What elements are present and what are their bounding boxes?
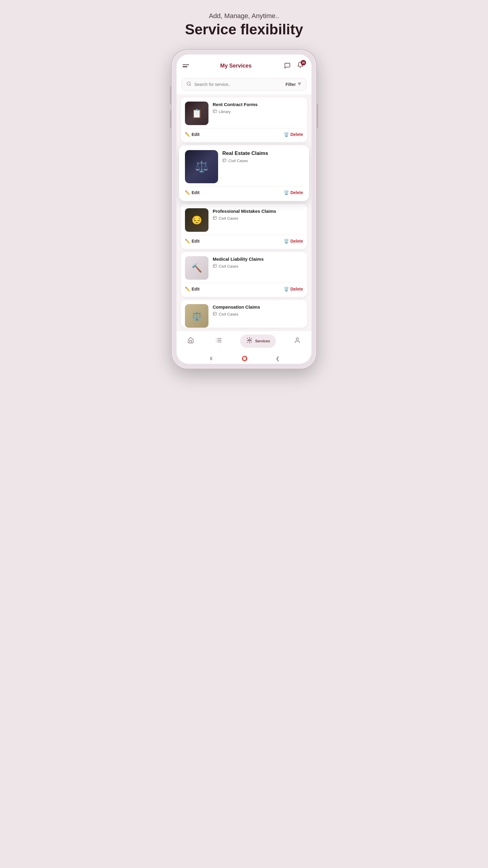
card-actions-real-estate: ✏️ Edit 🗑️ Delete (185, 186, 303, 196)
card-info-rent-contract: Rent Contract Forms Library (213, 101, 303, 114)
search-icon (187, 82, 191, 87)
edit-icon-medical: ✏️ (185, 287, 190, 291)
services-icon (246, 337, 253, 345)
list-icon (216, 337, 222, 345)
svg-rect-17 (213, 312, 217, 315)
header-title: Service flexibility (185, 21, 303, 38)
thumbnail-real-estate: ⚖️ (185, 150, 218, 183)
service-card-compensation: ⚖️ Compensation Claims (181, 300, 307, 328)
edit-icon: ✏️ (185, 132, 190, 137)
thumbnail-medical-liability: 🔨 (185, 256, 208, 280)
thumbnail-professional-mistakes: 😔 (185, 208, 208, 232)
card-actions-medical-liability: ✏️ Edit 🗑️ Delete (185, 283, 303, 293)
card-title-compensation: Compensation Claims (213, 304, 303, 310)
svg-point-26 (249, 339, 250, 341)
card-actions-rent-contract: ✏️ Edit 🗑️ Delete (185, 128, 303, 138)
filter-button[interactable]: Filter (286, 82, 301, 87)
edit-button-medical-liability[interactable]: ✏️ Edit (185, 285, 199, 293)
delete-button-rent-contract[interactable]: 🗑️ Delete (284, 131, 303, 138)
card-title-professional-mistakes: Professional Mistakes Claims (213, 208, 303, 214)
card-category-compensation: Civil Cases (213, 312, 303, 317)
search-input[interactable] (194, 82, 283, 87)
home-indicator: ⏸ ⭕ ❮ (176, 352, 312, 364)
category-icon-real-estate (222, 158, 227, 163)
home-icon (187, 337, 194, 345)
edit-button-real-estate[interactable]: ✏️ Edit (185, 189, 199, 196)
card-category-professional-mistakes: Civil Cases (213, 216, 303, 221)
service-card-real-estate: ⚖️ Real Estate Claims (179, 145, 309, 201)
top-bar: My Services 35 (176, 55, 312, 74)
svg-rect-14 (213, 264, 217, 267)
search-bar: Filter (181, 78, 307, 91)
nav-item-profile[interactable] (290, 336, 304, 347)
category-icon-medical (213, 264, 217, 269)
edit-icon-real-estate: ✏️ (185, 190, 190, 195)
svg-point-27 (296, 338, 298, 340)
card-info-professional-mistakes: Professional Mistakes Claims Civil (213, 208, 303, 221)
app-title: My Services (220, 63, 252, 69)
chat-icon[interactable] (283, 61, 292, 70)
service-card-professional-mistakes: 😔 Professional Mistakes Claims (181, 204, 307, 249)
card-info-medical-liability: Medical Liability Claims Civil Cas (213, 256, 303, 269)
card-title-real-estate: Real Estate Claims (222, 150, 303, 157)
card-category-real-estate: Civil Cases (222, 158, 303, 163)
nav-home-circle: ⭕ (241, 355, 248, 361)
phone-inner: My Services 35 (176, 55, 312, 364)
svg-rect-11 (213, 216, 217, 219)
edit-button-rent-contract[interactable]: ✏️ Edit (185, 131, 199, 138)
notification-icon[interactable]: 35 (295, 61, 305, 71)
svg-line-1 (190, 85, 191, 86)
delete-button-medical-liability[interactable]: 🗑️ Delete (284, 285, 303, 293)
category-icon-rent-contract (213, 109, 217, 114)
delete-icon-professional: 🗑️ (284, 239, 289, 244)
thumbnail-compensation: ⚖️ (185, 304, 208, 328)
page-header: Add, Manage, Anytime.. Service flexibili… (185, 12, 303, 38)
header-subtitle: Add, Manage, Anytime.. (185, 12, 303, 20)
card-info-real-estate: Real Estate Claims Civil Cases (222, 150, 303, 163)
thumbnail-rent-contract: 📋 (185, 101, 208, 125)
nav-item-list[interactable] (212, 336, 226, 347)
category-icon-professional (213, 216, 217, 221)
menu-icon[interactable] (183, 64, 189, 67)
services-nav-label: Services (255, 339, 270, 343)
nav-item-services[interactable]: Services (240, 335, 276, 348)
filter-icon (297, 82, 301, 87)
category-icon-compensation (213, 312, 217, 317)
search-container: Filter (176, 74, 312, 94)
service-card-rent-contract: 📋 Rent Contract Forms (181, 97, 307, 142)
phone-frame: My Services 35 (172, 50, 316, 369)
nav-pause-icon: ⏸ (209, 356, 214, 361)
delete-icon: 🗑️ (284, 132, 289, 137)
card-title-medical-liability: Medical Liability Claims (213, 256, 303, 262)
bottom-nav: Services (176, 331, 312, 352)
delete-button-real-estate[interactable]: 🗑️ Delete (284, 189, 303, 196)
svg-rect-8 (223, 159, 226, 162)
edit-icon-professional: ✏️ (185, 239, 190, 244)
card-actions-professional-mistakes: ✏️ Edit 🗑️ Delete (185, 235, 303, 245)
notification-badge: 35 (301, 60, 306, 65)
card-category-medical-liability: Civil Cases (213, 264, 303, 269)
nav-back-icon: ❮ (275, 355, 280, 361)
card-info-compensation: Compensation Claims Civil Cases (213, 304, 303, 317)
delete-button-professional-mistakes[interactable]: 🗑️ Delete (284, 238, 303, 245)
svg-rect-5 (213, 110, 217, 113)
app-screen: My Services 35 (176, 55, 312, 364)
card-title-rent-contract: Rent Contract Forms (213, 101, 303, 107)
cards-container: 📋 Rent Contract Forms (176, 94, 312, 331)
delete-icon-medical: 🗑️ (284, 287, 289, 291)
card-category-rent-contract: Library (213, 109, 303, 114)
nav-item-home[interactable] (184, 336, 198, 347)
edit-button-professional-mistakes[interactable]: ✏️ Edit (185, 238, 199, 245)
profile-icon (294, 337, 301, 345)
delete-icon-real-estate: 🗑️ (284, 190, 289, 195)
service-card-medical-liability: 🔨 Medical Liability Claims (181, 252, 307, 297)
top-icons: 35 (283, 61, 305, 71)
